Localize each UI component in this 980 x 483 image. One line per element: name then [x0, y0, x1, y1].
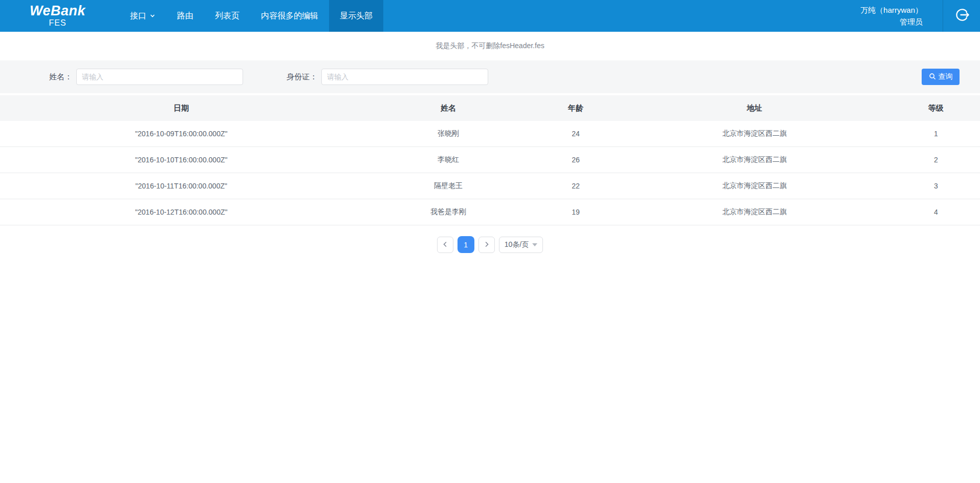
nav-item-label: 列表页	[215, 11, 239, 22]
banner-text: 我是头部，不可删除fesHeader.fes	[435, 41, 544, 51]
search-form: 姓名： 身份证： 查询	[0, 60, 980, 93]
caret-down-icon	[532, 243, 537, 246]
cell-age: 22	[534, 182, 618, 190]
table-row: "2016-10-12T16:00:00.000Z" 我爸是李刚 19 北京市海…	[0, 199, 980, 225]
id-card-input[interactable]	[321, 69, 488, 85]
query-button[interactable]: 查询	[922, 69, 960, 85]
cell-name: 隔壁老王	[363, 181, 534, 191]
webank-logo[interactable]: WeBank FES	[0, 0, 115, 32]
column-header-date: 日期	[0, 103, 363, 113]
table-header-row: 日期 姓名 年龄 地址 等级	[0, 95, 980, 121]
page-header-banner: 我是头部，不可删除fesHeader.fes	[0, 32, 980, 60]
pagination: 1 10条/页	[0, 236, 980, 253]
cell-level: 3	[892, 182, 980, 190]
nav-item-show-header[interactable]: 显示头部	[329, 0, 383, 32]
column-header-name: 姓名	[363, 103, 534, 113]
cell-age: 26	[534, 156, 618, 164]
table-row: "2016-10-10T16:00:00.000Z" 李晓红 26 北京市海淀区…	[0, 147, 980, 173]
table-row: "2016-10-09T16:00:00.000Z" 张晓刚 24 北京市海淀区…	[0, 121, 980, 147]
chevron-right-icon	[484, 240, 490, 249]
cell-name: 张晓刚	[363, 129, 534, 138]
nav-item-label: 显示头部	[340, 11, 373, 22]
prev-page-button[interactable]	[437, 237, 453, 253]
cell-date: "2016-10-11T16:00:00.000Z"	[0, 182, 363, 190]
data-table: 日期 姓名 年龄 地址 等级 "2016-10-09T16:00:00.000Z…	[0, 95, 980, 225]
cell-address: 北京市海淀区西二旗	[617, 181, 891, 191]
chevron-down-icon	[149, 13, 156, 19]
query-button-label: 查询	[939, 72, 953, 81]
column-header-level: 等级	[892, 103, 980, 113]
top-navbar: WeBank FES 接口 路由 列表页 内容很多的编辑 显示头部 万纯（har…	[0, 0, 980, 32]
cell-level: 4	[892, 208, 980, 216]
cell-address: 北京市海淀区西二旗	[617, 207, 891, 217]
cell-name: 我爸是李刚	[363, 207, 534, 217]
cell-level: 2	[892, 156, 980, 164]
cell-age: 24	[534, 130, 618, 138]
cell-address: 北京市海淀区西二旗	[617, 155, 891, 164]
cell-name: 李晓红	[363, 155, 534, 164]
nav-item-interface[interactable]: 接口	[119, 0, 166, 32]
column-header-address: 地址	[617, 103, 891, 113]
cell-level: 1	[892, 130, 980, 138]
logo-title: WeBank	[30, 4, 85, 18]
logout-icon	[954, 7, 971, 25]
cell-date: "2016-10-12T16:00:00.000Z"	[0, 208, 363, 216]
name-input[interactable]	[76, 69, 243, 85]
cell-age: 19	[534, 208, 618, 216]
chevron-left-icon	[442, 240, 448, 249]
logout-button[interactable]	[952, 7, 973, 25]
page-number-button[interactable]: 1	[458, 236, 474, 253]
search-icon	[929, 73, 936, 81]
nav-menu: 接口 路由 列表页 内容很多的编辑 显示头部	[119, 0, 383, 32]
cell-date: "2016-10-10T16:00:00.000Z"	[0, 156, 363, 164]
nav-item-label: 路由	[177, 11, 193, 22]
id-field-label: 身份证：	[287, 72, 317, 82]
nav-item-route[interactable]: 路由	[166, 0, 204, 32]
page-size-select[interactable]: 10条/页	[499, 237, 543, 253]
logo-subtitle: FES	[49, 18, 66, 28]
nav-item-label: 内容很多的编辑	[261, 11, 318, 22]
next-page-button[interactable]	[478, 237, 495, 253]
page-size-label: 10条/页	[505, 240, 529, 249]
nav-item-label: 接口	[130, 11, 146, 22]
user-info[interactable]: 万纯（harrywan） 管理员	[860, 0, 923, 32]
name-field-label: 姓名：	[49, 72, 72, 82]
page-number: 1	[464, 241, 468, 249]
table-row: "2016-10-11T16:00:00.000Z" 隔壁老王 22 北京市海淀…	[0, 173, 980, 199]
user-role: 管理员	[900, 16, 923, 28]
nav-item-list-page[interactable]: 列表页	[204, 0, 250, 32]
user-name: 万纯（harrywan）	[860, 4, 923, 16]
nav-item-long-edit[interactable]: 内容很多的编辑	[250, 0, 329, 32]
cell-address: 北京市海淀区西二旗	[617, 129, 891, 138]
column-header-age: 年龄	[534, 103, 618, 113]
navbar-divider	[943, 0, 943, 32]
cell-date: "2016-10-09T16:00:00.000Z"	[0, 130, 363, 138]
